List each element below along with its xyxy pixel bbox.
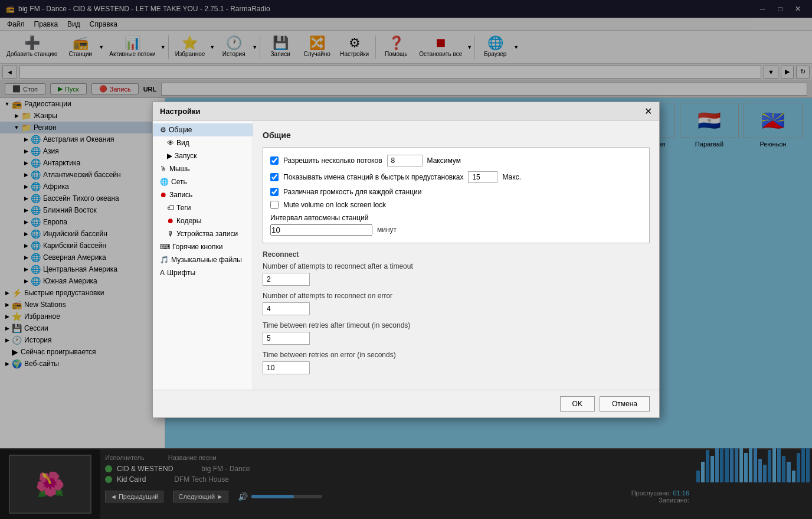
dlg-item-label: Горячие кнопки: [172, 243, 222, 251]
fonts-icon: A: [160, 269, 165, 277]
reconnect-attempts-error-input[interactable]: [263, 302, 310, 315]
dlg-item-recording[interactable]: ⏺ Запись: [153, 188, 253, 201]
mute-lock-row: Mute volume on lock screen lock: [270, 201, 642, 209]
startup-icon: ▶: [167, 152, 172, 160]
dlg-item-devices[interactable]: 🎙 Устройства записи: [153, 227, 253, 240]
settings-dialog: Настройки ✕ ⚙ Общие 👁 Вид ▶ Запуск �: [152, 102, 660, 418]
reconnect-section-title: Reconnect: [263, 250, 650, 259]
devices-icon: 🎙: [167, 230, 174, 238]
dlg-item-label: Запуск: [175, 152, 197, 160]
general-icon: ⚙: [160, 126, 166, 134]
tags-icon: 🏷: [167, 204, 174, 212]
dialog-footer: OK Отмена: [153, 390, 659, 417]
dlg-item-label: Теги: [176, 204, 191, 212]
allow-multiple-streams-label: Разрешить несколько потоков: [283, 156, 382, 165]
show-station-names-label: Показывать имена станций в быстрых преду…: [283, 173, 463, 181]
reconnect-attempts-timeout-label: Number of attempts to reconnect after a …: [263, 262, 650, 270]
show-station-names-row: Показывать имена станций в быстрых преду…: [270, 171, 642, 183]
reconnect-time-error-label: Time between retries on error (in second…: [263, 351, 650, 359]
reconnect-attempts-timeout-input[interactable]: [263, 273, 310, 286]
interval-input[interactable]: [270, 224, 372, 236]
dlg-item-label: Кодеры: [176, 217, 201, 225]
dlg-item-label: Шрифты: [167, 269, 195, 277]
allow-multiple-streams-row: Разрешить несколько потоков Максимум: [270, 155, 642, 167]
reconnect-time-timeout-label: Time between retries after timeout (in s…: [263, 321, 650, 329]
dlg-item-tags[interactable]: 🏷 Теги: [153, 201, 253, 214]
reconnect-attempts-error-label: Number of attempts to reconnect on error: [263, 292, 650, 300]
dlg-item-label: Музыкальные файлы: [171, 256, 242, 264]
cancel-button[interactable]: Отмена: [600, 396, 650, 412]
hotkeys-icon: ⌨: [160, 243, 170, 251]
allow-multiple-streams-checkbox[interactable]: [270, 156, 279, 165]
minutes-label: минут: [377, 226, 397, 234]
section-title: Общие: [263, 130, 650, 140]
max-streams-input[interactable]: [387, 155, 423, 167]
dialog-overlay: Настройки ✕ ⚙ Общие 👁 Вид ▶ Запуск �: [0, 0, 812, 519]
dlg-item-general[interactable]: ⚙ Общие: [153, 123, 253, 136]
max-streams-label: Максимум: [427, 156, 461, 165]
network-icon: 🌐: [160, 178, 169, 186]
interval-row: Интервал автосмены станций минут: [270, 214, 642, 236]
dlg-item-encoders[interactable]: ⏺ Кодеры: [153, 214, 253, 227]
dialog-titlebar: Настройки ✕: [153, 102, 659, 121]
diff-volume-row: Различная громкость для каждой станции: [270, 188, 642, 196]
dlg-item-label: Вид: [176, 139, 189, 147]
dlg-item-label: Устройства записи: [176, 230, 238, 238]
dialog-content-area: Общие Разрешить несколько потоков Максим…: [253, 121, 659, 390]
reconnect-time-timeout-field: Time between retries after timeout (in s…: [263, 321, 650, 345]
dialog-title: Настройки: [160, 107, 201, 116]
dlg-item-label: Сеть: [171, 178, 187, 186]
mute-lock-checkbox[interactable]: [270, 201, 279, 209]
diff-volume-checkbox[interactable]: [270, 188, 279, 196]
reconnect-attempts-timeout-field: Number of attempts to reconnect after a …: [263, 262, 650, 286]
recording-icon: ⏺: [160, 191, 167, 199]
view-icon: 👁: [167, 139, 174, 147]
encoders-icon: ⏺: [167, 217, 174, 225]
reconnect-attempts-error-field: Number of attempts to reconnect on error: [263, 292, 650, 315]
dlg-item-network[interactable]: 🌐 Сеть: [153, 175, 253, 188]
ok-button[interactable]: OK: [560, 396, 595, 412]
diff-volume-label: Различная громкость для каждой станции: [283, 188, 421, 196]
mouse-icon: 🖱: [160, 165, 167, 173]
reconnect-time-error-input[interactable]: [263, 361, 310, 374]
show-station-names-checkbox[interactable]: [270, 173, 279, 181]
dlg-item-label: Мышь: [169, 165, 190, 173]
dlg-item-mouse[interactable]: 🖱 Мышь: [153, 162, 253, 175]
max-names-input[interactable]: [468, 171, 497, 183]
dialog-close-button[interactable]: ✕: [644, 106, 652, 117]
dialog-body: ⚙ Общие 👁 Вид ▶ Запуск 🖱 Мышь 🌐 Сет: [153, 121, 659, 390]
dlg-item-fonts[interactable]: A Шрифты: [153, 266, 253, 279]
dialog-sidebar: ⚙ Общие 👁 Вид ▶ Запуск 🖱 Мышь 🌐 Сет: [153, 121, 253, 390]
dlg-item-label: Общие: [169, 126, 192, 134]
dlg-item-startup[interactable]: ▶ Запуск: [153, 149, 253, 162]
dlg-item-view[interactable]: 👁 Вид: [153, 136, 253, 149]
mute-lock-label: Mute volume on lock screen lock: [283, 201, 386, 209]
music-files-icon: 🎵: [160, 256, 169, 264]
general-settings-group: Разрешить несколько потоков Максимум Пок…: [263, 147, 650, 243]
dlg-item-label: Запись: [169, 191, 192, 199]
max-names-label: Макс.: [502, 173, 521, 181]
interval-label: Интервал автосмены станций: [270, 214, 642, 222]
dlg-item-hotkeys[interactable]: ⌨ Горячие кнопки: [153, 240, 253, 253]
reconnect-time-timeout-input[interactable]: [263, 332, 310, 345]
reconnect-time-error-field: Time between retries on error (in second…: [263, 351, 650, 374]
dlg-item-music-files[interactable]: 🎵 Музыкальные файлы: [153, 253, 253, 266]
